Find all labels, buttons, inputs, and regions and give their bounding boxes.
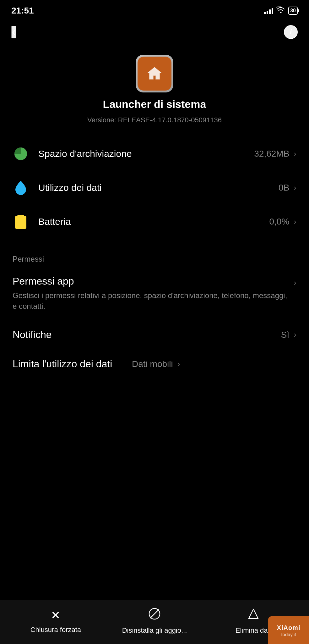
app-icon	[138, 57, 171, 91]
permissions-section-label: Permessi	[0, 245, 309, 267]
bottom-action-bar: ✕ Chiusura forzata Disinstalla gli aggio…	[0, 600, 309, 644]
svg-rect-2	[15, 216, 26, 229]
uninstall-button[interactable]: Disinstalla gli aggio...	[105, 608, 204, 635]
back-button[interactable]: ‹	[11, 26, 16, 38]
storage-icon	[13, 146, 29, 162]
app-icon-wrapper	[136, 55, 173, 92]
storage-menu-item[interactable]: Spazio d'archiviazione 32,62MB ›	[0, 137, 309, 171]
data-usage-label: Utilizzo dei dati	[38, 182, 279, 193]
info-icon: i	[290, 28, 292, 36]
svg-rect-1	[17, 215, 24, 216]
battery-level: 30	[290, 8, 296, 14]
battery-chevron-icon: ›	[294, 217, 296, 227]
storage-value: 32,62MB	[254, 149, 289, 159]
svg-line-4	[150, 609, 159, 618]
app-permissions-item[interactable]: Permessi app Gestisci i permessi relativ…	[0, 267, 309, 320]
clear-data-label: Elimina dati	[236, 626, 271, 635]
uninstall-icon	[149, 608, 160, 623]
signal-bars-icon	[264, 7, 273, 14]
data-usage-menu-item[interactable]: Utilizzo dei dati 0B ›	[0, 171, 309, 205]
app-header: Launcher di sistema Versione: RELEASE-4.…	[0, 45, 309, 137]
notifications-item[interactable]: Notifiche Sì ›	[0, 320, 309, 349]
app-permissions-desc: Gestisci i permessi relativi a posizione…	[13, 290, 290, 311]
permissions-section: Permessi Permessi app Gestisci i permess…	[0, 245, 309, 379]
battery-menu-item[interactable]: Batteria 0,0% ›	[0, 205, 309, 239]
status-bar: 21:51 30	[0, 0, 309, 19]
status-icons: 30	[264, 6, 298, 15]
data-limit-title: Limita l'utilizzo dei dati	[13, 358, 132, 370]
xiaomi-brand-text: XiAomi	[277, 624, 301, 632]
app-permissions-title: Permessi app	[13, 275, 290, 287]
force-close-button[interactable]: ✕ Chiusura forzata	[6, 609, 105, 634]
uninstall-label: Disinstalla gli aggio...	[122, 626, 187, 635]
data-usage-value: 0B	[279, 183, 289, 193]
wifi-icon	[276, 6, 285, 15]
divider	[13, 242, 296, 242]
notifications-chevron-icon: ›	[294, 330, 296, 340]
force-close-label: Chiusura forzata	[30, 626, 81, 634]
top-nav: ‹ i	[0, 19, 309, 45]
menu-section: Spazio d'archiviazione 32,62MB › Utilizz…	[0, 137, 309, 239]
status-time: 21:51	[11, 6, 34, 16]
storage-label: Spazio d'archiviazione	[38, 148, 254, 159]
clear-data-icon	[247, 608, 259, 623]
battery-value: 0,0%	[269, 217, 290, 227]
home-icon	[145, 64, 164, 83]
app-version: Versione: RELEASE-4.17.0.1870-05091136	[87, 116, 222, 124]
app-permissions-content: Permessi app Gestisci i permessi relativ…	[13, 275, 290, 311]
battery-icon: 30	[288, 7, 298, 15]
battery-menu-icon	[13, 214, 29, 230]
notifications-value: Sì	[281, 330, 289, 340]
battery-label: Batteria	[38, 216, 269, 227]
force-close-icon: ✕	[51, 609, 60, 622]
data-limit-value: Dati mobili	[132, 359, 173, 369]
notifications-title: Notifiche	[13, 329, 281, 341]
xiaomi-watermark: XiAomi today.it	[268, 616, 309, 644]
data-limit-item[interactable]: Limita l'utilizzo dei dati Dati mobili ›	[0, 349, 309, 379]
data-usage-icon	[13, 180, 29, 196]
storage-chevron-icon: ›	[294, 149, 296, 159]
xiaomi-sub-text: today.it	[281, 632, 296, 637]
app-name: Launcher di sistema	[103, 98, 206, 110]
app-permissions-chevron-icon: ›	[294, 278, 296, 288]
data-usage-chevron-icon: ›	[294, 183, 296, 193]
data-limit-chevron-icon: ›	[177, 359, 180, 369]
info-button[interactable]: i	[284, 25, 298, 39]
